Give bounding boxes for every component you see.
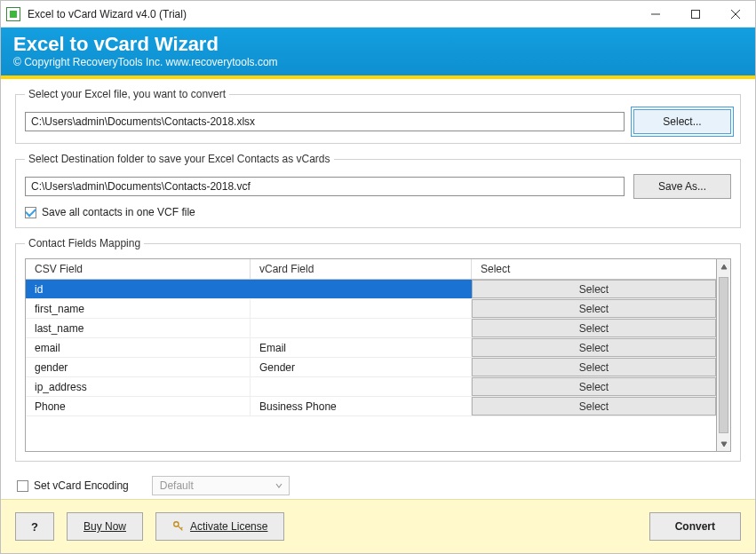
destination-path-input[interactable] bbox=[25, 177, 625, 196]
scroll-up-icon[interactable] bbox=[717, 259, 730, 274]
header-csv[interactable]: CSV Field bbox=[26, 259, 251, 279]
csv-field-cell: gender bbox=[26, 358, 251, 376]
key-icon bbox=[172, 520, 185, 533]
csv-field-cell: Phone bbox=[26, 397, 251, 416]
encoding-row: Set vCard Encoding Default bbox=[15, 476, 741, 495]
table-header-row: CSV Field vCard Field Select bbox=[26, 259, 716, 280]
banner: Excel to vCard Wizard © Copyright Recove… bbox=[1, 28, 755, 75]
table-row[interactable]: genderGenderSelect bbox=[26, 358, 716, 377]
encoding-dropdown[interactable]: Default bbox=[152, 476, 290, 495]
select-mapping-button[interactable]: Select bbox=[472, 280, 716, 298]
vcard-field-cell: Gender bbox=[251, 358, 472, 376]
app-icon bbox=[1, 7, 26, 21]
vcard-field-cell bbox=[251, 377, 472, 396]
select-mapping-button[interactable]: Select bbox=[472, 358, 716, 376]
vcard-field-cell bbox=[251, 280, 472, 298]
svg-marker-4 bbox=[721, 265, 727, 269]
scrollbar-thumb[interactable] bbox=[719, 277, 728, 433]
svg-rect-1 bbox=[691, 10, 699, 18]
vcard-field-cell: Email bbox=[251, 338, 472, 357]
table-row[interactable]: PhoneBusiness PhoneSelect bbox=[26, 397, 716, 416]
close-button[interactable] bbox=[715, 1, 755, 27]
csv-field-cell: ip_address bbox=[26, 377, 251, 396]
convert-button[interactable]: Convert bbox=[649, 512, 741, 541]
chevron-down-icon bbox=[275, 480, 283, 493]
header-vcard[interactable]: vCard Field bbox=[251, 259, 472, 279]
select-mapping-button[interactable]: Select bbox=[472, 338, 716, 357]
destination-legend: Select Destination folder to save your E… bbox=[25, 153, 334, 165]
select-mapping-button[interactable]: Select bbox=[472, 319, 716, 337]
banner-copyright: © Copyright RecoveryTools Inc. www.recov… bbox=[13, 56, 743, 68]
save-as-button[interactable]: Save As... bbox=[633, 174, 731, 199]
header-select[interactable]: Select bbox=[472, 259, 716, 279]
source-path-input[interactable] bbox=[25, 112, 625, 131]
source-legend: Select your Excel file, you want to conv… bbox=[25, 88, 229, 100]
window-title: Excel to vCard Wizard v4.0 (Trial) bbox=[28, 8, 187, 20]
table-row[interactable]: first_nameSelect bbox=[26, 299, 716, 319]
title-bar[interactable]: Excel to vCard Wizard v4.0 (Trial) bbox=[1, 1, 755, 28]
table-row[interactable]: idSelect bbox=[26, 280, 716, 299]
table-row[interactable]: last_nameSelect bbox=[26, 319, 716, 338]
table-row[interactable]: ip_addressSelect bbox=[26, 377, 716, 397]
app-window: Excel to vCard Wizard v4.0 (Trial) Excel… bbox=[0, 0, 756, 554]
destination-fieldset: Select Destination folder to save your E… bbox=[15, 153, 741, 228]
maximize-button[interactable] bbox=[675, 1, 715, 27]
single-vcf-checkbox[interactable] bbox=[25, 207, 36, 218]
vcard-field-cell: Business Phone bbox=[251, 397, 472, 416]
select-mapping-button[interactable]: Select bbox=[472, 299, 716, 318]
encoding-value: Default bbox=[160, 479, 194, 492]
activate-license-button[interactable]: Activate License bbox=[155, 512, 284, 541]
mapping-table: CSV Field vCard Field Select idSelectfir… bbox=[25, 258, 716, 452]
vcard-field-cell bbox=[251, 319, 472, 337]
csv-field-cell: first_name bbox=[26, 299, 251, 318]
csv-field-cell: last_name bbox=[26, 319, 251, 337]
banner-heading: Excel to vCard Wizard bbox=[13, 33, 743, 56]
vertical-scrollbar[interactable] bbox=[716, 258, 731, 452]
svg-line-8 bbox=[181, 527, 183, 529]
encoding-label: Set vCard Encoding bbox=[34, 479, 129, 492]
minimize-button[interactable] bbox=[635, 1, 675, 27]
footer-bar: ? Buy Now Activate License Convert bbox=[1, 499, 755, 553]
csv-field-cell: id bbox=[26, 280, 251, 298]
encoding-checkbox[interactable] bbox=[17, 480, 28, 492]
single-vcf-label: Save all contacts in one VCF file bbox=[42, 206, 195, 218]
buy-now-button[interactable]: Buy Now bbox=[67, 512, 143, 541]
scroll-down-icon[interactable] bbox=[717, 436, 730, 451]
select-source-button[interactable]: Select... bbox=[633, 109, 731, 134]
select-mapping-button[interactable]: Select bbox=[472, 377, 716, 396]
csv-field-cell: email bbox=[26, 338, 251, 357]
vcard-field-cell bbox=[251, 299, 472, 318]
main-content: Select your Excel file, you want to conv… bbox=[1, 79, 755, 499]
select-mapping-button[interactable]: Select bbox=[472, 397, 716, 416]
mapping-fieldset: Contact Fields Mapping CSV Field vCard F… bbox=[15, 237, 741, 462]
source-fieldset: Select your Excel file, you want to conv… bbox=[15, 88, 741, 144]
svg-marker-5 bbox=[721, 442, 727, 447]
table-row[interactable]: emailEmailSelect bbox=[26, 338, 716, 358]
mapping-legend: Contact Fields Mapping bbox=[25, 237, 144, 249]
help-button[interactable]: ? bbox=[15, 512, 54, 541]
